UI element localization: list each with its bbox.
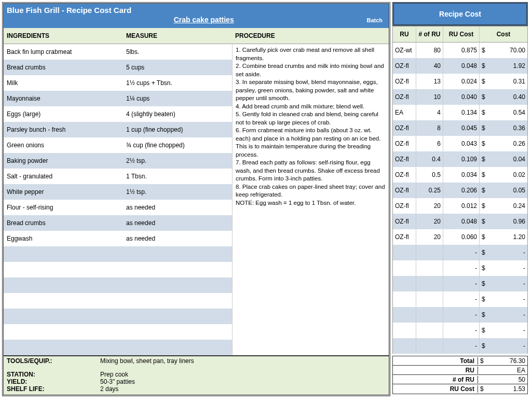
cost-rucost: 0.060 [443,229,479,245]
cost-num: 20 [416,229,443,245]
cost-cost: $1.92 [479,58,527,74]
ingredient-measure: as needed [123,235,232,242]
sum-numru-label: # of RU [393,376,478,383]
cost-num: 4 [416,105,443,120]
cost-num: 20 [416,214,443,229]
procedure-step: NOTE: Egg wash = 1 egg to 1 Tbsn. of wat… [236,199,386,207]
cost-num [416,291,443,307]
ingredient-row: Bread crumbs5 cups [4,60,232,75]
cost-cost: $0.26 [479,136,527,151]
cost-cost: $- [479,338,527,354]
cost-rucost: - [443,291,479,307]
cost-ru: OZ-fl [393,58,416,74]
ingredient-row: Bread crumbsas needed [4,215,232,231]
tools-value: Mixing bowl, sheet pan, tray liners [100,357,386,365]
cost-ru: OZ-fl [393,136,416,151]
cost-row: -$- [392,291,528,307]
ingredient-measure: 1 cup (fine chopped) [123,126,232,133]
procedure-step: 1. Carefully pick over crab meat and rem… [236,46,386,62]
cost-ru: OZ-fl [393,183,416,198]
ingredient-row: Flour - self-risingas needed [4,200,232,215]
procedure-step: 2. Combine bread crumbs and milk into mi… [236,62,386,78]
cost-cost: $0.36 [479,120,527,136]
cost-ru: EA [393,105,416,120]
ingredient-name: Flour - self-rising [4,204,123,211]
cost-rucost: 0.034 [443,167,479,183]
cost-num [416,338,443,354]
cost-summary: Total $76.30 RU EA # of RU 50 RU Cost $1… [392,356,528,394]
cost-cost: $0.05 [479,183,527,198]
cost-cost: $0.54 [479,105,527,120]
ingredient-name: White pepper [4,188,123,196]
column-headers: INGREDIENTS MEASURE PROCEDURE [4,28,389,44]
ingredient-name: Mayonnaise [4,95,123,102]
col-measure: MEASURE [123,28,232,44]
procedure-step: 4. Add bread crumb and milk mixture; ble… [236,103,386,111]
ingredient-measure: ¾ cup (fine chopped) [123,142,232,149]
sum-rucost-label: RU Cost [393,385,478,393]
cost-num: 0.5 [416,167,443,183]
ingredient-measure: as needed [123,219,232,227]
card-title: Blue Fish Grill - Recipe Cost Card [7,6,386,15]
recipe-card: Blue Fish Grill - Recipe Cost Card Crab … [2,2,390,396]
sum-ru-label: RU [393,367,478,374]
ingredient-measure: 1 Tbsn. [123,173,232,180]
cost-ru: OZ-fl [393,198,416,214]
cost-ru: OZ-wt [393,43,416,58]
ingredient-row [4,246,232,262]
cost-cost: $- [479,323,527,338]
cost-rucost: - [443,276,479,291]
ingredient-measure: 4 (slightly beaten) [123,110,232,118]
cost-rucost: - [443,338,479,354]
ingredient-row: Milk1½ cups + Tbsn. [4,75,232,91]
cost-num: 6 [416,136,443,151]
col-ru: RU [393,26,416,42]
cost-cost: $0.96 [479,214,527,229]
cost-ru [393,307,416,323]
yield-label: YIELD: [7,378,100,385]
cost-row: EA40.134$0.54 [392,105,528,120]
ingredient-list: Back fin lump crabmeat5lbs.Bread crumbs5… [4,44,232,355]
recipe-name: Crab cake patties [41,16,366,24]
cost-row: -$- [392,260,528,276]
cost-ru: OZ-fl [393,214,416,229]
cost-rucost: 0.012 [443,198,479,214]
ingredient-row [4,262,232,277]
cost-rucost: 0.875 [443,43,479,58]
cost-cost: $1.20 [479,229,527,245]
cost-cost: $- [479,245,527,260]
col-num-ru: # of RU [416,26,443,42]
ingredient-row: Eggs (large)4 (slightly beaten) [4,106,232,122]
cost-ru: OZ-fl [393,229,416,245]
procedure-step: 3. In separate missing bowl, blend mayon… [236,78,386,103]
ingredient-name: Salt - granulated [4,173,123,180]
ingredient-name: Baking powder [4,157,123,164]
ingredient-row: Salt - granulated1 Tbsn. [4,169,232,184]
sum-ru-value: EA [517,367,525,374]
tools-label: TOOLS/EQUIP.: [7,357,100,365]
cost-row: OZ-fl0.50.034$0.02 [392,167,528,183]
ingredient-measure: 1½ tsp. [123,188,232,196]
cost-row: -$- [392,245,528,260]
ingredient-name: Bread crumbs [4,219,123,227]
cost-row: -$- [392,307,528,323]
cost-num: 80 [416,43,443,58]
cost-num [416,276,443,291]
cost-row: OZ-fl0.40.109$0.04 [392,151,528,167]
station-label: STATION: [7,371,100,378]
cost-num: 10 [416,89,443,105]
cost-cost: $- [479,307,527,323]
ingredient-row: Baking powder2½ tsp. [4,153,232,169]
cost-row: OZ-fl200.048$0.96 [392,214,528,229]
cost-num: 8 [416,120,443,136]
card-header: Blue Fish Grill - Recipe Cost Card Crab … [4,4,389,28]
ingredient-row [4,277,232,293]
ingredient-name: Back fin lump crabmeat [4,48,123,55]
cost-row: OZ-fl200.012$0.24 [392,198,528,214]
cost-ru [393,276,416,291]
cost-row: OZ-fl400.048$1.92 [392,58,528,74]
cost-num [416,260,443,276]
col-cost: Cost [479,26,527,42]
cost-ru: OZ-fl [393,120,416,136]
cost-row: OZ-fl60.043$0.26 [392,136,528,151]
